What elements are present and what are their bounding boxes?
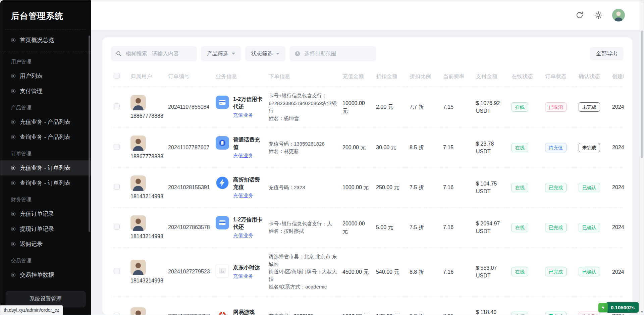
table-header-row: 归属用户订单编号业务信息下单信息充值金额折扣金额折扣比例当前费率支付金额在线状态… [111,71,624,87]
sidebar-item[interactable]: 查询业务 - 订单列表 [0,175,91,191]
column-header: 下单信息 [266,71,340,87]
recharge-amount: 10000.00 元 [342,99,371,115]
sidebar-section: 订单管理充值业务 - 订单列表查询业务 - 订单列表 [0,145,91,191]
confirm-status-badge: 已确认 [579,223,600,232]
table-row: 1814321499820241028155391高折扣话费充值充值业务充值号码… [111,168,624,208]
circle-bullet-icon [11,181,15,185]
sidebar-item-label: 返佣记录 [20,240,43,248]
product-category: 充值业务 [233,153,263,159]
table-row: 18867778888202411078550841-2万信用卡代还充值业务卡号… [111,87,624,128]
row-checkbox[interactable] [114,224,120,230]
current-rate: 7.16 [443,268,453,276]
sidebar-item-label: 支付管理 [20,87,43,95]
order-status-badge: 已完成 [545,267,567,276]
content-area: 产品筛选 状态筛选 选择日期范围 全部导出 [91,30,644,315]
user-phone: 18143214998 [130,194,163,200]
created-time: 2024- [612,144,624,151]
discount-ratio: 8.3 折 [410,312,424,315]
table-body: 18867778888202411078550841-2万信用卡代还充值业务卡号… [111,87,624,315]
sidebar-item[interactable]: 充值业务 - 订单列表 [0,160,91,175]
system-settings-button[interactable]: 系统设置管理 [6,291,86,307]
sidebar-item[interactable]: 首页概况总览 [0,33,91,48]
select-all-checkbox[interactable] [114,73,120,79]
online-status-badge: 在线 [512,183,528,192]
row-checkbox[interactable] [114,184,120,190]
recharge-amount: 1000.00 元 [342,183,369,191]
column-header: 折扣比例 [407,71,440,87]
discount-ratio: 8.8 折 [410,268,424,276]
product-name: 1-2万信用卡代还 [233,96,263,110]
product-name: 网易游戏 [233,309,255,315]
credit-card-icon [216,216,229,229]
order-number: 20241027279523 [168,269,210,274]
table-row: 1814321499820241027279523京东小时达充值业务请选择省市县… [111,248,624,297]
row-checkbox[interactable] [114,313,120,315]
order-number: 20241027863578 [168,224,210,230]
sidebar-item-label: 查询业务 - 产品列表 [20,133,70,141]
date-range-placeholder: 选择日期范围 [304,50,336,57]
chevron-down-icon [232,53,235,55]
circle-bullet-icon [11,212,15,216]
topbar [91,0,644,30]
sidebar-section-header: 交易管理 [0,252,91,267]
discount-amount: 5.00 元 [376,223,393,231]
orders-table-wrap: 归属用户订单编号业务信息下单信息充值金额折扣金额折扣比例当前费率支付金额在线状态… [111,71,624,315]
sidebar-section: 首页概况总览 [0,33,91,51]
brightness-icon[interactable] [593,10,603,20]
order-status-badge: 已完成 [545,312,567,315]
recharge-amount: 20000.00 元 [342,220,371,235]
order-info: 充值号码：2323 [269,184,337,192]
online-status-badge: 在线 [512,223,528,232]
created-time: 2024- [612,103,624,111]
circle-bullet-icon [11,74,15,78]
date-range-picker[interactable]: 选择日期范围 [289,46,376,61]
filter-bar: 产品筛选 状态筛选 选择日期范围 全部导出 [111,46,624,61]
refresh-icon[interactable] [575,10,585,20]
user-avatar-icon[interactable] [612,9,625,21]
row-checkbox[interactable] [114,103,120,109]
row-checkbox[interactable] [114,268,120,274]
sidebar-item-label: 查询业务 - 订单列表 [20,179,70,187]
sidebar-section: 交易管理交易挂单数据 [0,252,91,282]
order-info: 充值号码：13959261828 姓名：林更新 [269,140,337,155]
status-filter-label: 状态筛选 [251,50,273,57]
circle-bullet-icon [11,166,15,170]
user-avatar [130,136,146,151]
sidebar-item[interactable]: 查询业务 - 产品列表 [0,129,91,145]
row-checkbox[interactable] [114,144,120,150]
sidebar-section-header: 财务管理 [0,191,91,206]
current-rate: 7.15 [443,144,453,151]
status-filter-select[interactable]: 状态筛选 [245,46,285,61]
export-all-button[interactable]: 全部导出 [590,47,624,60]
sidebar-section-header: 订单管理 [0,145,91,160]
recharge-amount: 4500.00 元 [342,268,369,276]
product-name: 京东小时达 [233,264,260,271]
column-header: 充值金额 [340,71,373,87]
search-box[interactable] [111,46,197,61]
sidebar-item[interactable]: 用户列表 [0,68,91,84]
user-avatar [130,307,146,315]
lightning-icon [216,176,229,190]
sidebar-item[interactable]: 返佣记录 [0,237,91,252]
discount-ratio: 8.5 折 [410,144,424,151]
sidebar-item[interactable]: 支付管理 [0,84,91,99]
pay-amount: $ 2094.97 USDT [476,220,506,235]
scrollbar-down-arrow-icon[interactable]: ▼ [640,310,644,314]
discount-amount: 30.00 元 [376,144,396,151]
user-phone: 18867778888 [130,113,163,119]
sidebar-scrollbar[interactable] [89,36,90,232]
order-status-badge: 已完成 [545,183,567,192]
circle-bullet-icon [11,89,15,93]
orders-card: 产品筛选 状态筛选 选择日期范围 全部导出 [102,37,632,315]
sidebar-item[interactable]: 提现订单记录 [0,221,91,237]
sidebar-item[interactable]: 充值订单记录 [0,206,91,221]
clock-icon [294,50,301,57]
sidebar-item[interactable]: 交易挂单数据 [0,267,91,282]
speed-plugin-icon[interactable] [598,303,608,312]
search-input[interactable] [125,50,192,57]
perf-badge: 0.105002s [598,302,639,313]
scrollbar-thumb[interactable] [641,31,643,158]
sidebar-item[interactable]: 充值业务 - 产品列表 [0,114,91,129]
page-scrollbar[interactable]: ▼ [640,0,644,315]
product-filter-select[interactable]: 产品筛选 [201,46,241,61]
